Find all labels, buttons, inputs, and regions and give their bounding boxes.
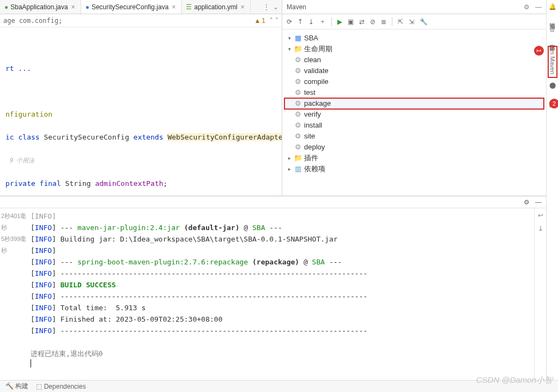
- skip-tests-icon[interactable]: ⊘: [370, 18, 375, 26]
- goal-label: clean: [304, 55, 321, 65]
- execute-goal-icon[interactable]: ▣: [348, 18, 354, 26]
- tab-label: SecuritySecureConfig.java: [92, 3, 168, 11]
- gear-icon: ⚙: [294, 132, 302, 140]
- editor-tabs: ● SbaApplication.java × ● SecuritySecure…: [0, 0, 282, 14]
- tab-security-config[interactable]: ● SecuritySecureConfig.java ×: [81, 0, 182, 14]
- collapse-all-icon[interactable]: ⇱: [398, 18, 403, 26]
- gear-icon: ⚙: [294, 89, 302, 97]
- toggle-offline-icon[interactable]: ⇄: [359, 18, 365, 26]
- close-icon[interactable]: ×: [171, 3, 177, 11]
- show-settings-icon[interactable]: ⇲: [409, 18, 414, 26]
- editor-breadcrumb: age com.config; ▲ 1 ˄ ˅: [0, 14, 282, 27]
- database-icon[interactable]: 🗄: [549, 26, 555, 32]
- database-label[interactable]: 数据库: [548, 38, 556, 42]
- generate-sources-icon[interactable]: ⤒: [298, 18, 303, 26]
- gear-icon: ⚙: [294, 100, 302, 107]
- lifecycle-node[interactable]: 生命周期: [304, 44, 332, 55]
- goal-label: validate: [304, 65, 329, 76]
- maven-toolbar: ⟳ ⤒ ⤓ ＋ ▶ ▣ ⇄ ⊘ ≣ ⇱ ⇲ 🔧: [282, 14, 546, 29]
- gear-icon: ⚙: [294, 122, 302, 129]
- dependencies-tool-button[interactable]: ⬚ Dependencies: [36, 383, 86, 390]
- warning-indicator[interactable]: ▲ 1: [254, 17, 265, 25]
- gear-icon: ⚙: [294, 78, 302, 86]
- panel-title: Maven: [287, 3, 306, 11]
- gear-icon: ⚙: [294, 111, 302, 118]
- console-side-actions: ↩ ⤓: [534, 208, 546, 380]
- goal-label: site: [304, 131, 315, 142]
- java-class-icon: ●: [4, 3, 8, 11]
- lifecycle-goal-site[interactable]: ⚙site: [284, 131, 544, 142]
- package-statement: age com.config;: [3, 17, 62, 25]
- next-highlight-icon[interactable]: ˅: [275, 17, 278, 25]
- reload-icon[interactable]: ⟳: [287, 18, 292, 26]
- lifecycle-goal-clean[interactable]: ⚙clean: [284, 55, 544, 65]
- gear-icon: ⚙: [294, 143, 302, 151]
- tab-label: SbaApplication.java: [10, 3, 68, 11]
- annotation-badge-1: 1: [534, 46, 544, 56]
- goal-label: verify: [304, 109, 321, 120]
- project-node[interactable]: SBA: [304, 33, 318, 44]
- run-icon[interactable]: ▶: [337, 18, 342, 26]
- lifecycle-goal-test[interactable]: ⚙test: [284, 87, 544, 98]
- breakpoints-icon[interactable]: ⬤: [549, 82, 556, 89]
- more-tabs-icon[interactable]: ⌄: [273, 3, 278, 11]
- show-deps-icon[interactable]: ≣: [381, 18, 386, 26]
- close-icon[interactable]: ×: [240, 3, 246, 11]
- gear-icon[interactable]: ⚙: [524, 198, 530, 206]
- lifecycle-goal-compile[interactable]: ⚙compile: [284, 76, 544, 87]
- folder-icon: 📁: [294, 45, 302, 53]
- tab-application-yml[interactable]: ☰ application.yml ×: [181, 0, 250, 14]
- soft-wrap-icon[interactable]: ↩: [538, 212, 543, 219]
- maven-stripe-button[interactable]: m Maven 1: [549, 47, 556, 76]
- goal-label: test: [304, 87, 316, 98]
- build-tool-button[interactable]: 🔨 构建: [5, 382, 28, 391]
- lifecycle-goal-install[interactable]: ⚙install: [284, 120, 544, 131]
- console-header: ⚙ —: [0, 196, 546, 208]
- goal-label: install: [304, 120, 322, 131]
- module-icon: ▦: [294, 34, 302, 42]
- lifecycle-goal-verify[interactable]: ⚙verify: [284, 109, 544, 120]
- lifecycle-goal-package[interactable]: ⚙package2双击后自动执行: [284, 98, 544, 109]
- lifecycle-goal-deploy[interactable]: ⚙deploy: [284, 142, 544, 153]
- console-gutter: 2秒401毫秒 5秒399毫秒: [0, 208, 31, 380]
- maven-logo-icon: m: [549, 50, 556, 55]
- gear-icon[interactable]: ⚙: [524, 3, 530, 11]
- prev-highlight-icon[interactable]: ˄: [270, 17, 273, 25]
- folder-icon: 📁: [294, 154, 302, 162]
- lifecycle-goal-validate[interactable]: ⚙validate: [284, 65, 544, 76]
- add-icon[interactable]: ＋: [319, 17, 326, 26]
- deps-icon: ▥: [294, 165, 302, 173]
- download-sources-icon[interactable]: ⤓: [308, 18, 314, 26]
- maven-tree[interactable]: ▾▦SBA ▾📁生命周期 ⚙clean⚙validate⚙compile⚙tes…: [282, 29, 546, 178]
- warning-icon: ▲: [254, 17, 260, 25]
- maven-tool-title: Maven ⚙ —: [282, 0, 546, 14]
- hide-icon[interactable]: —: [535, 198, 542, 206]
- tab-label: application.yml: [194, 3, 237, 11]
- right-tool-stripe: 🔔 通知 🗄 数据库 m Maven 1 ⬤ 断点: [546, 0, 558, 392]
- notifications-label[interactable]: 通知: [548, 16, 556, 20]
- tab-dropdown-icon[interactable]: ⋮: [263, 3, 270, 11]
- watermark-text: CSDN @Damon小智: [476, 375, 553, 385]
- scroll-to-end-icon[interactable]: ⤓: [538, 225, 543, 232]
- plugins-node[interactable]: 插件: [304, 153, 318, 164]
- java-class-icon: ●: [86, 3, 89, 11]
- status-bar: 🔨 构建 ⬚ Dependencies: [0, 380, 558, 392]
- goal-label: compile: [304, 76, 329, 87]
- deps-node[interactable]: 依赖项: [304, 164, 325, 174]
- annotation-badge-2: 2: [549, 99, 558, 108]
- close-icon[interactable]: ×: [70, 3, 76, 11]
- yaml-file-icon: ☰: [186, 3, 192, 11]
- goal-label: deploy: [304, 142, 325, 153]
- goal-label: package: [304, 98, 331, 109]
- wrench-icon[interactable]: 🔧: [420, 18, 428, 26]
- hide-icon[interactable]: —: [535, 3, 542, 11]
- gear-icon: ⚙: [294, 56, 302, 64]
- console-output[interactable]: [INFO] [INFO] --- maven-jar-plugin:2.4:j…: [31, 208, 534, 380]
- tab-sba-application[interactable]: ● SbaApplication.java ×: [0, 0, 81, 14]
- notifications-icon[interactable]: 🔔: [549, 3, 556, 10]
- gear-icon: ⚙: [294, 67, 302, 75]
